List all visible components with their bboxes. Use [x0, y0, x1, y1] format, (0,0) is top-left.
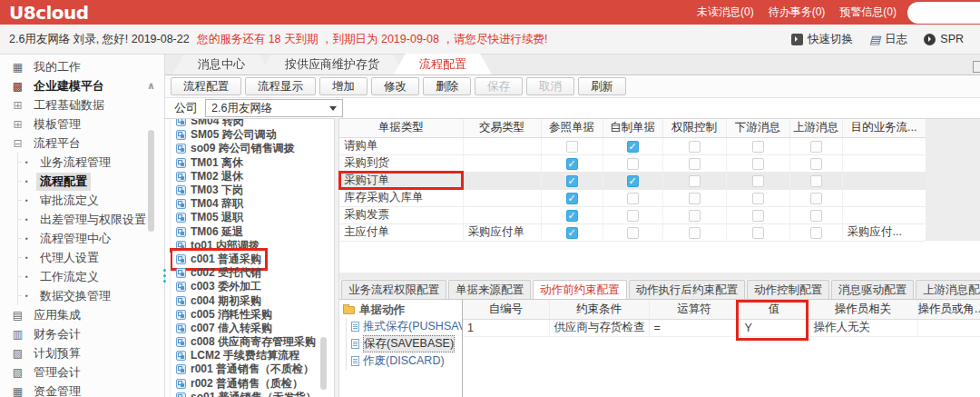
flow-tree-item[interactable]: so01 普通销售（无发货）: [165, 391, 334, 397]
doc-table-header-cell[interactable]: 权限控制: [662, 119, 726, 137]
tree-scrollbar-thumb[interactable]: [320, 337, 327, 390]
checkbox[interactable]: [566, 227, 578, 239]
flow-tree-item[interactable]: r002 普通销售（质检）: [165, 377, 334, 391]
clipped-edge-icon[interactable]: [973, 61, 980, 73]
self-made-cell[interactable]: [603, 137, 662, 154]
upstream-msg-cell[interactable]: [789, 206, 842, 223]
downstream-msg-cell[interactable]: [726, 189, 789, 206]
toolbar-button[interactable]: 增加: [319, 77, 368, 95]
constraint-op-cell[interactable]: =: [649, 319, 740, 336]
sidebar-scrollbar-thumb[interactable]: [148, 130, 154, 232]
toolbar-button[interactable]: 修改: [371, 77, 419, 95]
doc-table-header-cell[interactable]: 参照单据: [541, 119, 603, 137]
flow-tree-item[interactable]: SM05 跨公司调动: [165, 128, 334, 142]
sidebar-item[interactable]: ▨ 计划预算: [0, 343, 164, 362]
sidebar-item[interactable]: ▪ 业务流程管理: [0, 153, 164, 172]
flow-tree-item[interactable]: TM01 离休: [165, 156, 334, 170]
doc-type-cell[interactable]: 主应付单: [339, 223, 463, 241]
checkbox[interactable]: [627, 141, 639, 153]
checkbox[interactable]: [810, 141, 822, 153]
checkbox[interactable]: [752, 175, 764, 187]
sidebar-item[interactable]: ▪ 工作流定义: [0, 267, 164, 286]
checkbox[interactable]: [566, 141, 578, 153]
doc-table-row[interactable]: 采购发票: [339, 206, 926, 223]
checkbox[interactable]: [810, 227, 822, 239]
checkbox[interactable]: [689, 175, 701, 187]
constraint-header-cell[interactable]: 自编号: [463, 300, 549, 319]
downstream-msg-cell[interactable]: [726, 223, 789, 241]
trans-type-cell[interactable]: [463, 137, 541, 154]
doc-type-cell[interactable]: 请购单: [339, 137, 463, 154]
action-tree-root[interactable]: 单据动作: [339, 303, 462, 318]
dest-flow-cell[interactable]: 采购应付...: [842, 223, 926, 241]
sidebar-item[interactable]: ▧ 管理会计: [0, 362, 164, 382]
flow-tree-item[interactable]: LCM2 手续费结算流程: [165, 349, 334, 362]
top-menu-item[interactable]: 预警信息(0): [839, 5, 897, 20]
toolbar-button[interactable]: 保存: [475, 77, 523, 95]
trans-type-cell[interactable]: [463, 206, 541, 223]
checkbox[interactable]: [810, 175, 822, 187]
trans-type-cell[interactable]: 采购应付单: [463, 223, 541, 241]
constraint-value-cell[interactable]: Y: [740, 319, 808, 336]
doc-table-header-cell[interactable]: 下游消息: [726, 119, 789, 137]
toolbar-button[interactable]: 流程配置: [171, 77, 241, 95]
checkbox[interactable]: [810, 158, 822, 170]
topbar-pill[interactable]: [907, 2, 980, 24]
config-tab[interactable]: 上游消息配置: [916, 280, 980, 299]
doc-type-cell[interactable]: 采购发票: [339, 206, 463, 223]
config-tab[interactable]: 动作执行后约束配置: [629, 280, 746, 299]
toolbar-button[interactable]: 流程显示: [245, 77, 316, 95]
doc-table-row[interactable]: 采购到货: [339, 154, 926, 172]
trans-type-cell[interactable]: [463, 172, 541, 189]
checkbox[interactable]: [752, 141, 764, 153]
constraint-header-cell[interactable]: 约束条件: [549, 300, 649, 319]
main-tab[interactable]: 按供应商维护存货: [260, 54, 405, 74]
upstream-msg-cell[interactable]: [789, 223, 842, 241]
flow-tree-item[interactable]: c003 委外加工: [165, 280, 334, 293]
perm-control-cell[interactable]: [662, 206, 726, 223]
sidebar-item[interactable]: ▪ 出差管理与权限设置: [0, 210, 164, 229]
doc-table-header-cell[interactable]: 上游消息: [789, 119, 842, 137]
info-action[interactable]: 快速切换: [791, 32, 853, 47]
flow-tree-item[interactable]: TM02 退休: [165, 170, 334, 184]
flow-tree-item[interactable]: c001 普通采购: [165, 253, 334, 266]
action-tree-item[interactable]: 保存(SAVEBASE): [339, 335, 462, 352]
action-tree-item[interactable]: 作废(DISCARD): [339, 352, 462, 370]
ref-doc-cell[interactable]: [541, 172, 603, 189]
sidebar-item[interactable]: ⊟ 流程平台: [0, 134, 164, 153]
constraint-row[interactable]: 1 供应商与存货检查 = Y 操作人无关: [463, 319, 980, 336]
checkbox[interactable]: [752, 158, 764, 170]
info-action[interactable]: ▤ 日志: [869, 32, 907, 47]
flow-tree-item[interactable]: c005 消耗性采购: [165, 308, 334, 322]
checkbox[interactable]: [810, 193, 822, 204]
doc-table-header-cell[interactable]: 目的业务流...: [842, 119, 926, 137]
perm-control-cell[interactable]: [662, 137, 726, 154]
flow-tree-item[interactable]: TM03 下岗: [165, 184, 334, 197]
flow-tree-item[interactable]: c008 供应商寄存管理采购: [165, 335, 334, 349]
checkbox[interactable]: [689, 141, 701, 153]
dest-flow-cell[interactable]: [842, 206, 926, 223]
downstream-msg-cell[interactable]: [726, 154, 789, 172]
flow-tree-item[interactable]: TM05 退职: [165, 211, 334, 224]
flow-tree-item[interactable]: c004 期初采购: [165, 293, 334, 307]
main-tab[interactable]: 消息中心: [172, 54, 270, 74]
sidebar-item[interactable]: ▦ 我的工作: [0, 57, 164, 76]
panel-splitter-handle[interactable]: [162, 269, 167, 296]
checkbox[interactable]: [627, 227, 639, 239]
upstream-msg-cell[interactable]: [789, 172, 842, 189]
perm-control-cell[interactable]: [662, 172, 726, 189]
doc-table-row[interactable]: 主应付单 采购应付单 采购应付...: [339, 223, 926, 241]
dest-flow-cell[interactable]: [842, 172, 926, 189]
sidebar-item[interactable]: ▪ 数据交换管理: [0, 286, 164, 305]
checkbox[interactable]: [689, 210, 701, 222]
main-tab[interactable]: 流程配置: [394, 54, 492, 74]
doc-table-header-cell[interactable]: 交易类型: [463, 119, 541, 137]
ref-doc-cell[interactable]: [541, 206, 603, 223]
checkbox[interactable]: [566, 193, 578, 204]
flow-tree-item[interactable]: TM06 延退: [165, 225, 334, 239]
doc-type-cell[interactable]: 采购到货: [339, 154, 463, 172]
checkbox[interactable]: [627, 175, 639, 187]
perm-control-cell[interactable]: [662, 154, 726, 172]
doc-table-row[interactable]: 采购订单: [339, 172, 926, 189]
doc-type-cell[interactable]: 采购订单: [339, 172, 463, 189]
